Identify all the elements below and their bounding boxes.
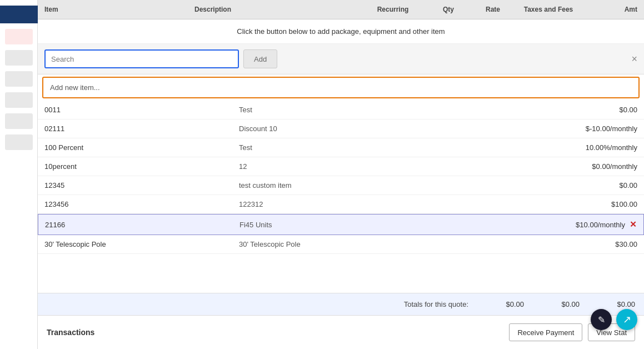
item-code: 21166 [45,221,239,229]
table-row[interactable]: 100 Percent Test 10.00%/monthly [38,138,644,157]
item-description: Test [239,143,526,152]
col-item: Item [44,6,194,13]
transactions-label: Transactions [47,328,503,337]
totals-value-2: $0.00 [541,300,580,308]
table-header: Item Description Recurring Qty Rate Taxe… [38,0,644,19]
item-description: Discount 10 [239,124,526,133]
add-new-item-row[interactable]: Add new item... [42,77,640,98]
totals-value-1: $0.00 [485,300,524,308]
sidebar-item-6 [5,134,33,150]
col-description: Description [194,6,360,13]
item-price: $30.00 [526,240,637,248]
sidebar-item-2 [5,50,33,66]
fab-button[interactable]: ↗ [616,309,637,330]
sidebar-item-5 [5,113,33,129]
table-row[interactable]: 02111 Discount 10 $-10.00/monthly [38,119,644,138]
col-taxes-fees: Taxes and Fees [515,6,582,13]
content-area: Item Description Recurring Qty Rate Taxe… [38,0,644,349]
transactions-footer: Transactions Receive Payment View Stat [38,315,644,349]
add-button[interactable]: Add [243,49,277,68]
col-amt: Amt [582,6,637,13]
item-description: test custom item [239,181,526,190]
sidebar-item-3 [5,71,33,87]
item-code: 123456 [44,200,239,208]
sidebar-item-1[interactable] [5,29,33,44]
item-description: 12 [239,162,526,171]
item-price: 10.00%/monthly [526,143,637,152]
sidebar-item-4 [5,92,33,108]
search-bar-area: Add × [38,44,644,74]
add-items-notice: Click the button below to add package, e… [38,19,644,44]
sidebar-top-accent [0,6,38,23]
item-price: $-10.00/monthly [526,124,637,133]
main-container: Item Description Recurring Qty Rate Taxe… [0,0,644,349]
item-price: $0.00/monthly [526,162,637,171]
chat-icon: ✎ [598,315,605,325]
item-description: Fi45 Units [239,221,526,229]
table-row[interactable]: 10percent 12 $0.00/monthly [38,157,644,176]
item-code: 100 Percent [44,143,239,152]
item-price: $0.00 [526,106,637,114]
chat-button[interactable]: ✎ [591,309,612,330]
col-recurring: Recurring [360,6,426,13]
remove-item-button[interactable]: ✕ [630,220,637,230]
col-qty: Qty [426,6,471,13]
item-code: 10percent [44,162,239,171]
item-code: 30' Telescopic Pole [44,240,239,248]
item-price: $10.00/monthly ✕ [526,220,637,230]
item-description: Test [239,106,526,114]
item-price: $0.00 [526,181,637,190]
table-row[interactable]: 0011 Test $0.00 [38,101,644,119]
table-row[interactable]: 123456 122312 $100.00 [38,195,644,214]
table-row[interactable]: 30' Telescopic Pole 30' Telescopic Pole … [38,235,644,254]
item-description: 122312 [239,200,526,208]
table-row[interactable]: 12345 test custom item $0.00 [38,176,644,195]
item-price: $100.00 [526,200,637,208]
totals-value-3: $0.00 [596,300,635,308]
item-code: 02111 [44,124,239,133]
totals-label: Totals for this quote: [404,300,468,308]
totals-row: Totals for this quote: $0.00 $0.00 $0.00 [38,293,644,315]
sidebar [0,0,38,349]
receive-payment-button[interactable]: Receive Payment [509,323,582,341]
close-button[interactable]: × [631,54,637,64]
items-list: Add new item... 0011 Test $0.00 02111 Di… [38,74,644,293]
item-code: 12345 [44,181,239,190]
col-rate: Rate [471,6,515,13]
search-input[interactable] [44,49,239,68]
item-description: 30' Telescopic Pole [239,240,526,248]
table-row-selected[interactable]: 21166 Fi45 Units $10.00/monthly ✕ [38,214,644,235]
item-code: 0011 [44,106,239,114]
fab-icon: ↗ [623,313,631,326]
